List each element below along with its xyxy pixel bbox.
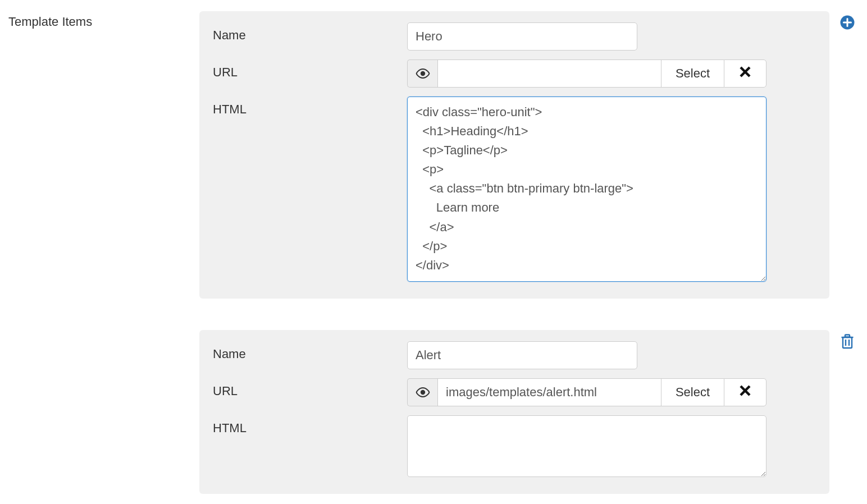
- select-button[interactable]: Select: [661, 378, 724, 406]
- svg-rect-13: [845, 335, 850, 337]
- clear-url-button[interactable]: [724, 59, 766, 88]
- name-input[interactable]: [407, 341, 637, 369]
- close-icon: [739, 384, 751, 400]
- url-input-group: Select: [407, 59, 766, 88]
- eye-icon[interactable]: [407, 59, 437, 88]
- add-item-button[interactable]: [839, 15, 855, 32]
- template-item-panel: Name URL Sele: [199, 330, 829, 494]
- html-label: HTML: [213, 97, 407, 117]
- template-item: Name URL Sele: [199, 330, 859, 494]
- template-item-panel: Name URL Sele: [199, 11, 829, 299]
- template-item: Name URL Sele: [199, 11, 859, 299]
- url-label: URL: [213, 59, 407, 80]
- html-textarea[interactable]: [407, 97, 766, 282]
- item-action: [836, 330, 859, 351]
- plus-circle-icon: [839, 15, 855, 32]
- name-label: Name: [213, 22, 407, 43]
- close-icon: [739, 66, 751, 81]
- url-input[interactable]: [437, 378, 661, 406]
- section-label: Template Items: [8, 11, 188, 29]
- name-input[interactable]: [407, 22, 637, 51]
- html-label: HTML: [213, 415, 407, 436]
- url-label: URL: [213, 378, 407, 398]
- svg-rect-9: [843, 337, 852, 348]
- item-action: [836, 11, 859, 32]
- trash-icon: [840, 333, 855, 351]
- template-items-list: Name URL Sele: [199, 11, 859, 494]
- url-input-group: Select: [407, 378, 766, 406]
- url-input[interactable]: [437, 59, 661, 88]
- svg-point-0: [420, 71, 425, 76]
- eye-icon[interactable]: [407, 378, 437, 406]
- svg-point-6: [420, 390, 425, 395]
- select-button[interactable]: Select: [661, 59, 724, 88]
- html-textarea[interactable]: [407, 415, 766, 477]
- name-label: Name: [213, 341, 407, 361]
- delete-item-button[interactable]: [840, 333, 855, 351]
- clear-url-button[interactable]: [724, 378, 766, 406]
